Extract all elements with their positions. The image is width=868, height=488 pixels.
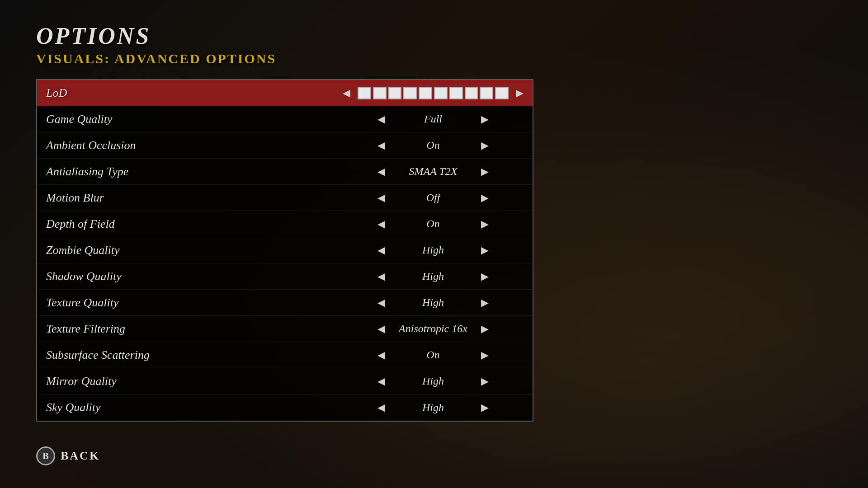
row-value-lod	[358, 87, 509, 99]
page-title: OPTIONS	[36, 23, 832, 49]
row-label-lod: LoD	[46, 86, 343, 100]
row-control-depth-of-field: ◀On▶	[343, 218, 524, 230]
back-label: BACK	[61, 449, 100, 463]
row-value-texture-filtering: Anisotropic 16x	[392, 323, 474, 335]
row-value-sky-quality: High	[392, 402, 474, 414]
row-control-motion-blur: ◀Off▶	[343, 192, 524, 204]
row-control-antialiasing-type: ◀SMAA T2X▶	[343, 165, 524, 178]
arrow-right-ambient-occlusion[interactable]: ▶	[481, 140, 489, 151]
arrow-right-subsurface-scattering[interactable]: ▶	[481, 349, 489, 361]
main-container: OPTIONS VISUALS: ADVANCED OPTIONS LoD◀▶G…	[0, 0, 868, 488]
lod-bar	[358, 87, 509, 99]
menu-row-antialiasing-type[interactable]: Antialiasing Type◀SMAA T2X▶	[37, 159, 533, 185]
lod-segment-6	[449, 87, 463, 99]
row-control-lod: ◀▶	[343, 87, 524, 99]
row-value-motion-blur: Off	[392, 192, 474, 204]
arrow-right-lod[interactable]: ▶	[516, 87, 524, 99]
arrow-right-antialiasing-type[interactable]: ▶	[481, 166, 489, 178]
menu-row-zombie-quality[interactable]: Zombie Quality◀High▶	[37, 237, 533, 263]
row-label-game-quality: Game Quality	[46, 113, 343, 126]
menu-row-lod[interactable]: LoD◀▶	[37, 80, 533, 106]
page-subtitle: VISUALS: ADVANCED OPTIONS	[36, 51, 832, 66]
row-label-texture-quality: Texture Quality	[46, 296, 343, 310]
menu-row-depth-of-field[interactable]: Depth of Field◀On▶	[37, 211, 533, 237]
row-value-antialiasing-type: SMAA T2X	[392, 165, 474, 178]
arrow-right-sky-quality[interactable]: ▶	[481, 402, 489, 413]
row-value-texture-quality: High	[392, 296, 474, 309]
arrow-right-game-quality[interactable]: ▶	[481, 113, 489, 125]
back-section: B BACK	[36, 446, 100, 465]
arrow-left-zombie-quality[interactable]: ◀	[377, 244, 385, 256]
row-control-texture-quality: ◀High▶	[343, 296, 524, 309]
arrow-right-shadow-quality[interactable]: ▶	[481, 271, 489, 282]
row-label-shadow-quality: Shadow Quality	[46, 270, 343, 283]
lod-segment-7	[465, 87, 478, 99]
menu-row-motion-blur[interactable]: Motion Blur◀Off▶	[37, 185, 533, 211]
lod-segment-0	[358, 87, 371, 99]
row-value-zombie-quality: High	[392, 244, 474, 256]
arrow-left-antialiasing-type[interactable]: ◀	[377, 166, 385, 178]
row-control-game-quality: ◀Full▶	[343, 113, 524, 125]
back-button-icon[interactable]: B	[36, 446, 55, 465]
arrow-left-depth-of-field[interactable]: ◀	[377, 218, 385, 230]
lod-segment-9	[495, 87, 509, 99]
menu-row-ambient-occlusion[interactable]: Ambient Occlusion◀On▶	[37, 132, 533, 159]
arrow-left-mirror-quality[interactable]: ◀	[377, 375, 385, 387]
arrow-right-texture-quality[interactable]: ▶	[481, 297, 489, 309]
menu-row-texture-quality[interactable]: Texture Quality◀High▶	[37, 290, 533, 316]
row-label-mirror-quality: Mirror Quality	[46, 375, 343, 388]
lod-segment-8	[480, 87, 493, 99]
lod-segment-4	[419, 87, 432, 99]
row-label-sky-quality: Sky Quality	[46, 401, 343, 414]
lod-segment-2	[388, 87, 402, 99]
arrow-left-ambient-occlusion[interactable]: ◀	[377, 140, 385, 151]
arrow-left-game-quality[interactable]: ◀	[377, 113, 385, 125]
arrow-right-depth-of-field[interactable]: ▶	[481, 218, 489, 230]
arrow-right-motion-blur[interactable]: ▶	[481, 192, 489, 204]
row-control-mirror-quality: ◀High▶	[343, 375, 524, 387]
row-label-subsurface-scattering: Subsurface Scattering	[46, 348, 343, 362]
row-value-subsurface-scattering: On	[392, 349, 474, 361]
lod-segment-5	[434, 87, 448, 99]
row-label-ambient-occlusion: Ambient Occlusion	[46, 139, 343, 152]
row-value-game-quality: Full	[392, 113, 474, 125]
row-value-mirror-quality: High	[392, 375, 474, 387]
arrow-left-motion-blur[interactable]: ◀	[377, 192, 385, 204]
arrow-left-texture-quality[interactable]: ◀	[377, 297, 385, 309]
arrow-right-zombie-quality[interactable]: ▶	[481, 244, 489, 256]
row-control-texture-filtering: ◀Anisotropic 16x▶	[343, 323, 524, 335]
menu-row-subsurface-scattering[interactable]: Subsurface Scattering◀On▶	[37, 342, 533, 368]
arrow-right-mirror-quality[interactable]: ▶	[481, 375, 489, 387]
row-value-depth-of-field: On	[392, 218, 474, 230]
row-control-sky-quality: ◀High▶	[343, 402, 524, 414]
row-label-texture-filtering: Texture Filtering	[46, 322, 343, 336]
row-control-ambient-occlusion: ◀On▶	[343, 139, 524, 151]
arrow-left-shadow-quality[interactable]: ◀	[377, 271, 385, 282]
arrow-right-texture-filtering[interactable]: ▶	[481, 323, 489, 335]
arrow-left-sky-quality[interactable]: ◀	[377, 402, 385, 413]
arrow-left-subsurface-scattering[interactable]: ◀	[377, 349, 385, 361]
menu-row-shadow-quality[interactable]: Shadow Quality◀High▶	[37, 263, 533, 290]
arrow-left-texture-filtering[interactable]: ◀	[377, 323, 385, 335]
row-label-depth-of-field: Depth of Field	[46, 217, 343, 231]
lod-segment-3	[403, 87, 417, 99]
row-label-motion-blur: Motion Blur	[46, 191, 343, 205]
lod-segment-1	[373, 87, 387, 99]
row-label-antialiasing-type: Antialiasing Type	[46, 165, 343, 178]
arrow-left-lod[interactable]: ◀	[343, 87, 350, 99]
row-value-ambient-occlusion: On	[392, 139, 474, 151]
row-control-shadow-quality: ◀High▶	[343, 270, 524, 282]
row-label-zombie-quality: Zombie Quality	[46, 244, 343, 257]
row-value-shadow-quality: High	[392, 270, 474, 282]
menu-row-mirror-quality[interactable]: Mirror Quality◀High▶	[37, 368, 533, 394]
options-panel: LoD◀▶Game Quality◀Full▶Ambient Occlusion…	[36, 79, 533, 422]
row-control-zombie-quality: ◀High▶	[343, 244, 524, 256]
menu-row-game-quality[interactable]: Game Quality◀Full▶	[37, 106, 533, 132]
row-control-subsurface-scattering: ◀On▶	[343, 349, 524, 361]
menu-row-texture-filtering[interactable]: Texture Filtering◀Anisotropic 16x▶	[37, 316, 533, 342]
menu-row-sky-quality[interactable]: Sky Quality◀High▶	[37, 394, 533, 421]
